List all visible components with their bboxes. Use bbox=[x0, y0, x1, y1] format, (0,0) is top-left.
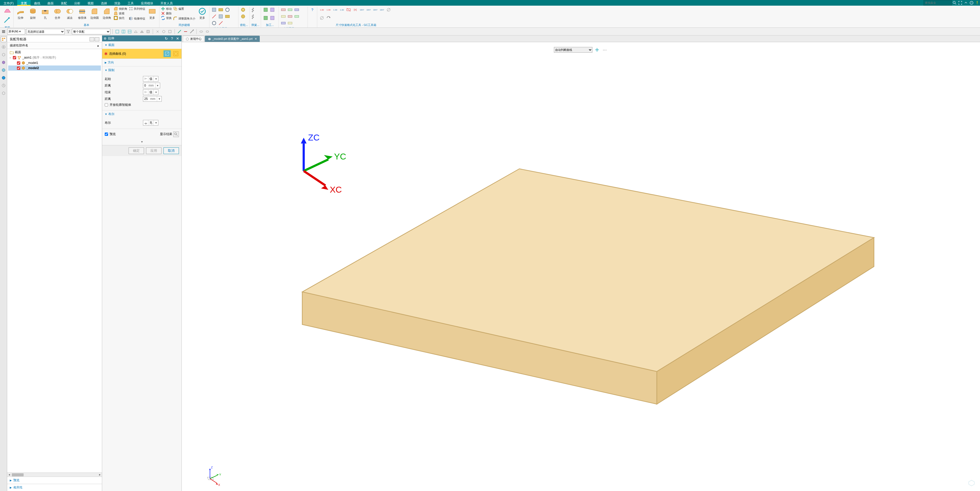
rail-assembly-nav-icon[interactable] bbox=[1, 37, 6, 42]
selbar-ico-13[interactable] bbox=[199, 29, 204, 34]
selbar-ico-7[interactable] bbox=[155, 29, 160, 34]
sketch-section-button[interactable] bbox=[164, 50, 171, 57]
nav-pin-icon[interactable] bbox=[89, 37, 94, 41]
tab-close-icon[interactable]: ✕ bbox=[255, 37, 257, 41]
btn-revolve[interactable]: 旋转 bbox=[27, 7, 38, 20]
preview-check[interactable] bbox=[105, 132, 108, 136]
menu-tab-home[interactable]: 主页 bbox=[17, 0, 30, 6]
dim-icon-13[interactable] bbox=[326, 15, 332, 21]
menu-tab-curve[interactable]: 曲线 bbox=[30, 0, 44, 6]
dialog-close-icon[interactable]: ✕ bbox=[175, 37, 180, 41]
start-type-select[interactable]: ⊢值▾ bbox=[143, 76, 158, 82]
dim-icon-3[interactable]: 1.00 bbox=[332, 7, 338, 13]
btn-resize-fillet[interactable]: 调整圆角大小 bbox=[173, 16, 195, 21]
dim-icon-10[interactable]: 10H7 bbox=[379, 7, 385, 13]
rail-browser-icon[interactable] bbox=[1, 75, 6, 81]
end-type-select[interactable]: ⊢值▾ bbox=[143, 89, 158, 95]
mach-icon-1[interactable] bbox=[262, 7, 269, 13]
menu-tab-render[interactable]: 渲染 bbox=[111, 0, 124, 6]
selbar-ico-4[interactable] bbox=[133, 29, 138, 34]
btn-pattern[interactable]: 阵列特征 bbox=[129, 7, 145, 11]
btn-move[interactable]: 移动 bbox=[161, 7, 172, 11]
section-face[interactable]: ▼截面 bbox=[102, 41, 181, 49]
dim-icon-8[interactable]: 10H7 bbox=[366, 7, 372, 13]
selbar-filter[interactable]: 无选择过滤器 bbox=[26, 29, 65, 34]
rail-roles-icon[interactable] bbox=[1, 90, 6, 96]
dialog-reset-icon[interactable]: ↻ bbox=[164, 37, 169, 41]
tree-asm-row[interactable]: − _asm1 (顺序：时间顺序) bbox=[8, 55, 101, 61]
model-icon-2[interactable] bbox=[287, 7, 293, 13]
btn-mirror[interactable]: 镜像特征 bbox=[129, 16, 145, 21]
minimize-ribbon-icon[interactable] bbox=[963, 0, 969, 6]
tree-model1-row[interactable]: _model1 bbox=[8, 61, 101, 65]
selbar-menu-icon[interactable] bbox=[1, 29, 6, 34]
dim-icon-6[interactable]: [X] bbox=[352, 7, 358, 13]
command-search[interactable] bbox=[924, 0, 952, 6]
btn-delete[interactable]: 删除 bbox=[161, 11, 172, 15]
bool-select[interactable]: 无▾ bbox=[143, 120, 158, 126]
menu-tab-analysis[interactable]: 分析 bbox=[71, 0, 84, 6]
apply-button[interactable]: 应用 bbox=[146, 147, 161, 154]
curve-rule-button[interactable] bbox=[172, 50, 180, 57]
gear-icon-1[interactable] bbox=[240, 7, 246, 13]
selbar-ico-10[interactable] bbox=[177, 29, 182, 34]
btn-chamfer-edge[interactable]: 边倒角 bbox=[102, 7, 112, 20]
dim-icon-9[interactable]: 10H7 bbox=[372, 7, 379, 13]
selbar-ico-8[interactable] bbox=[161, 29, 166, 34]
section-limit[interactable]: ▼限制 bbox=[102, 67, 181, 74]
model-icon-5[interactable] bbox=[287, 13, 293, 19]
std-icon-5[interactable] bbox=[218, 13, 224, 19]
selbar-menu-combo[interactable]: 菜单(M) ▾ bbox=[7, 29, 25, 34]
std-icon-2[interactable] bbox=[218, 7, 224, 13]
dim-icon-4[interactable]: 1.00 bbox=[339, 7, 345, 13]
selbar-ico-14[interactable] bbox=[205, 29, 210, 34]
std-icon-3[interactable] bbox=[224, 7, 231, 13]
btn-extrude[interactable]: 拉伸 bbox=[15, 7, 26, 20]
open-profile-check[interactable] bbox=[105, 103, 108, 107]
menu-tab-surface[interactable]: 曲面 bbox=[44, 0, 57, 6]
mach-icon-4[interactable] bbox=[269, 15, 275, 21]
model-icon-6[interactable] bbox=[294, 13, 300, 19]
tree-model2-check[interactable] bbox=[17, 67, 20, 70]
std-icon-7[interactable] bbox=[211, 20, 217, 26]
nav-max-icon[interactable] bbox=[95, 37, 99, 41]
btn-unite[interactable]: 合并 bbox=[52, 7, 63, 20]
selbar-ico-5[interactable] bbox=[139, 29, 145, 34]
section-direction[interactable]: ▶方向 bbox=[102, 59, 181, 66]
dialog-expand-more[interactable]: ▾ bbox=[102, 139, 181, 145]
tree-toggle-icon[interactable]: − bbox=[9, 56, 12, 60]
selbar-ico-2[interactable] bbox=[121, 29, 126, 34]
menu-tab-tools[interactable]: 工具 bbox=[124, 0, 137, 6]
btn-basic-more[interactable]: 更多 bbox=[147, 7, 158, 20]
btn-subtract[interactable]: 减去 bbox=[64, 7, 75, 20]
btn-shell[interactable]: 抽壳 bbox=[114, 16, 127, 20]
btn-offset[interactable]: 偏置 bbox=[173, 7, 195, 11]
selbar-ico-12[interactable] bbox=[189, 29, 194, 34]
fullscreen-icon[interactable] bbox=[958, 0, 963, 6]
alert-icon[interactable]: ! bbox=[974, 0, 980, 6]
dim-icon-2[interactable]: 1.00 bbox=[326, 7, 332, 13]
menu-tab-select[interactable]: 选择 bbox=[97, 0, 111, 6]
canvas-tool-1[interactable] bbox=[594, 47, 600, 53]
spring-icon-1[interactable] bbox=[251, 7, 258, 13]
rail-constraint-icon[interactable] bbox=[1, 44, 6, 50]
btn-fillet[interactable]: 边倒圆 bbox=[89, 7, 100, 20]
mach-icon-2[interactable] bbox=[269, 7, 275, 13]
menu-tab-assembly[interactable]: 装配 bbox=[57, 0, 71, 6]
menu-tab-app[interactable]: 应用模块 bbox=[137, 0, 157, 6]
tab-work-part[interactable]: _model2.prt 在装配中 _asm1.prt ✕ bbox=[205, 36, 260, 42]
gear-icon[interactable]: ⚙ bbox=[104, 37, 107, 40]
menu-tab-view[interactable]: 视图 bbox=[84, 0, 97, 6]
dialog-help-icon[interactable]: ? bbox=[170, 37, 174, 41]
model-icon-8[interactable] bbox=[287, 20, 293, 26]
ok-button[interactable]: 确定 bbox=[129, 147, 144, 154]
rail-history-icon[interactable] bbox=[1, 83, 6, 88]
btn-sketch-constraint[interactable] bbox=[3, 16, 12, 25]
cancel-button[interactable]: 取消 bbox=[164, 147, 179, 154]
canvas-tool-more[interactable]: ⋯ bbox=[601, 47, 608, 53]
dim-icon-7[interactable]: 10H7 bbox=[359, 7, 365, 13]
std-icon-1[interactable] bbox=[211, 7, 217, 13]
qmark-icon[interactable]: ? bbox=[309, 7, 315, 13]
search-icon[interactable] bbox=[952, 0, 958, 6]
tree-asm-check[interactable] bbox=[13, 56, 16, 59]
